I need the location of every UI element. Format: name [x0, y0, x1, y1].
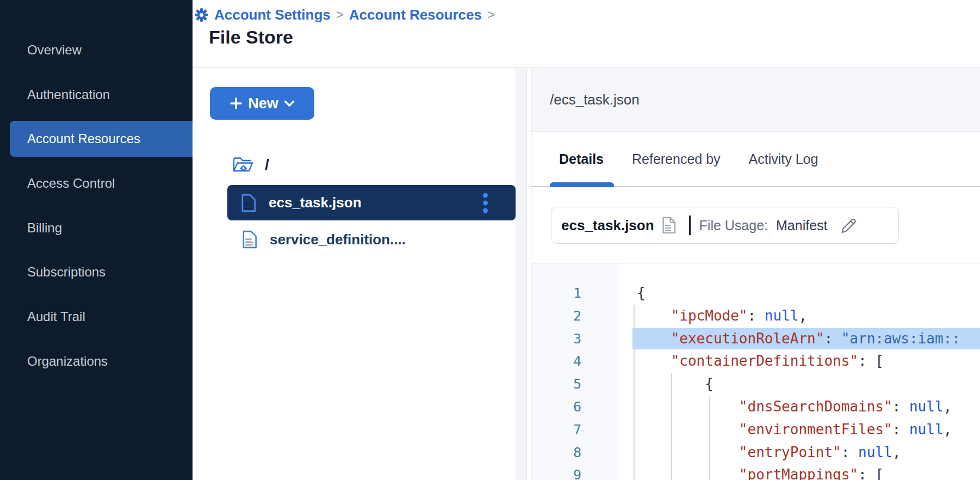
- line-number: 1: [531, 282, 581, 305]
- file-row-ecs-task[interactable]: ecs_task.json: [227, 185, 516, 220]
- file-detail-panel: /ecs_task.json Details Referenced by Act…: [531, 68, 980, 480]
- detail-tabs: Details Referenced by Activity Log: [531, 132, 980, 187]
- code-viewer[interactable]: 1 { 2 "ipcMode": null, 3 "executionRoleA…: [531, 263, 980, 480]
- code-lines: 1 { 2 "ipcMode": null, 3 "executionRoleA…: [531, 282, 980, 480]
- file-usage-label: File Usage:: [699, 218, 768, 233]
- breadcrumb-separator: >: [336, 7, 344, 22]
- line-number: 8: [531, 441, 581, 464]
- gear-icon: [194, 8, 209, 22]
- tab-referenced-by[interactable]: Referenced by: [632, 132, 721, 186]
- line-number: 9: [531, 464, 581, 480]
- file-name: ecs_task.json: [269, 194, 362, 211]
- sidebar-item-overview[interactable]: Overview: [10, 32, 193, 68]
- line-number: 2: [531, 305, 581, 328]
- sidebar-item-account-resources[interactable]: Account Resources: [10, 121, 193, 157]
- sidebar-item-audit-trail[interactable]: Audit Trail: [10, 299, 193, 335]
- page-header: Account Settings > Account Resources > F…: [193, 0, 980, 68]
- chevron-down-icon: [284, 100, 295, 107]
- sidebar: Overview Authentication Account Resource…: [0, 0, 193, 480]
- file-path: /ecs_task.json: [550, 91, 640, 108]
- code-line: 6 "dnsSearchDomains": null,: [531, 396, 980, 419]
- document-icon: [662, 217, 676, 234]
- tab-activity-log[interactable]: Activity Log: [749, 132, 818, 186]
- code-line: 4 "containerDefinitions": [: [531, 350, 980, 373]
- kebab-menu-icon[interactable]: [481, 190, 490, 215]
- plus-icon: [230, 97, 243, 110]
- panel-scrollbar-track[interactable]: [516, 68, 527, 480]
- breadcrumb-link-account-settings[interactable]: Account Settings: [214, 7, 331, 23]
- code-line-highlighted: 3 "executionRoleArn": "arn:aws:iam::: [531, 328, 980, 350]
- sidebar-item-authentication[interactable]: Authentication: [10, 77, 193, 113]
- line-number: 6: [531, 396, 581, 419]
- home-folder-icon: [232, 155, 254, 175]
- file-row-service-definition[interactable]: service_definition....: [227, 223, 516, 256]
- app-root: Overview Authentication Account Resource…: [0, 0, 980, 480]
- root-path-label: /: [265, 156, 269, 174]
- code-line: 8 "entryPoint": null,: [531, 441, 980, 464]
- line-number: 4: [531, 350, 581, 373]
- file-usage-value: Manifest: [776, 218, 827, 233]
- code-line: 5 {: [531, 373, 980, 396]
- file-icon: [242, 230, 257, 249]
- code-line: 2 "ipcMode": null,: [531, 305, 980, 328]
- tab-details[interactable]: Details: [559, 132, 604, 186]
- sidebar-item-subscriptions[interactable]: Subscriptions: [10, 254, 193, 290]
- file-path-header: /ecs_task.json: [531, 68, 980, 132]
- file-info-name: ecs_task.json: [561, 217, 654, 234]
- code-line: 7 "environmentFiles": null,: [531, 419, 980, 441]
- new-button[interactable]: New: [210, 87, 314, 120]
- breadcrumb: Account Settings > Account Resources >: [194, 5, 495, 24]
- content-area: Account Settings > Account Resources > F…: [193, 0, 980, 480]
- breadcrumb-link-account-resources[interactable]: Account Resources: [349, 7, 482, 23]
- edit-pencil-icon[interactable]: [836, 214, 858, 236]
- sidebar-item-billing[interactable]: Billing: [10, 210, 193, 246]
- sidebar-item-access-control[interactable]: Access Control: [10, 165, 193, 201]
- file-icon: [241, 194, 256, 212]
- file-browser-panel: New: [193, 68, 516, 480]
- code-line: 9 "portMappings": [: [531, 464, 980, 480]
- file-name: service_definition....: [270, 231, 406, 248]
- sidebar-item-organizations[interactable]: Organizations: [10, 343, 193, 379]
- line-number: 3: [531, 328, 581, 350]
- file-info-card: ecs_task.json File Usage: Manifest: [551, 207, 899, 244]
- code-line: 1 {: [531, 282, 980, 305]
- page-title: File Store: [209, 27, 293, 48]
- line-number: 7: [531, 419, 581, 441]
- breadcrumb-separator: >: [487, 7, 495, 22]
- line-number: 5: [531, 373, 581, 396]
- root-folder-row[interactable]: /: [232, 155, 269, 175]
- new-button-label: New: [248, 95, 278, 112]
- divider: [689, 216, 691, 235]
